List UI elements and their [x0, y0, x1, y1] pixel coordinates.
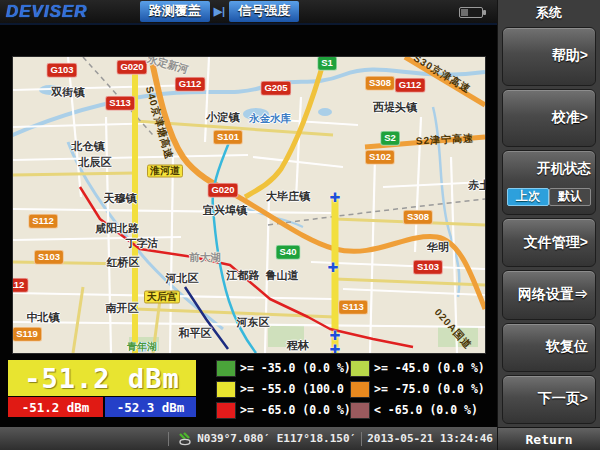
- map-label: 青年湖: [127, 342, 157, 352]
- road-badge: G103: [46, 63, 77, 78]
- network-settings-button[interactable]: 网络设置⇒: [502, 270, 596, 319]
- route-marker-icon: ✚: [330, 328, 341, 343]
- legend-item: < -65.0 (0.0 %): [350, 401, 495, 419]
- main-power-reading: -51.2 dBm: [8, 360, 196, 396]
- return-button[interactable]: Return: [498, 427, 600, 450]
- map-label: 北辰区: [79, 157, 112, 168]
- legend-swatch: [216, 381, 236, 398]
- brand-logo: DEVISER: [6, 2, 88, 22]
- legend-text: >= -65.0 (0.0 %): [240, 403, 351, 417]
- status-bar: N039°7.080′ E117°18.150′ 2013-05-21 13:2…: [0, 427, 497, 450]
- boot-default-toggle[interactable]: 默认: [549, 188, 591, 206]
- calibrate-button[interactable]: 校准>: [502, 89, 596, 148]
- map-label: 红桥区: [107, 257, 140, 268]
- map-label: 咸阳北路: [95, 223, 139, 234]
- legend-swatch: [350, 360, 370, 377]
- map-label: 南开区: [106, 303, 139, 314]
- next-page-button[interactable]: 下一页>: [502, 375, 596, 424]
- road-badge: S113: [105, 96, 135, 111]
- legend-swatch: [216, 360, 236, 377]
- legend-swatch: [350, 381, 370, 398]
- map-label: 天后宫: [144, 291, 180, 304]
- map-label: 宜兴埠镇: [203, 205, 247, 216]
- tab-drive-test-coverage[interactable]: 路测覆盖: [140, 1, 210, 22]
- road-badge: G112: [395, 78, 426, 93]
- channel-blue-reading: -52.3 dBm: [105, 397, 196, 417]
- boot-state-toggles: 上次 默认: [507, 188, 591, 206]
- map-label: 鲁山道: [266, 270, 299, 281]
- legend-swatch: [216, 402, 236, 419]
- road-badge: S308: [365, 76, 395, 91]
- map-label: 河东区: [237, 317, 270, 328]
- map-label: 和平区: [179, 328, 212, 339]
- legend-item: >= -65.0 (0.0 %): [216, 401, 350, 419]
- legend: >= -35.0 (0.0 %)>= -55.0 (100.0>= -65.0 …: [216, 359, 495, 419]
- legend-column-left: >= -35.0 (0.0 %)>= -55.0 (100.0>= -65.0 …: [216, 359, 350, 419]
- legend-item: >= -35.0 (0.0 %): [216, 359, 350, 377]
- map-label: 河北区: [166, 273, 199, 284]
- map-label: 丁字沽: [126, 238, 159, 249]
- road-badge: S40: [276, 245, 301, 260]
- road-badge: G020: [207, 183, 238, 198]
- road-badge: S2: [380, 131, 400, 146]
- road-badge: S113: [338, 300, 368, 315]
- gps-coordinates: N039°7.080′ E117°18.150′: [197, 432, 356, 445]
- road-badge: S112: [28, 214, 58, 229]
- road-badge: S102: [365, 150, 395, 165]
- top-bar: DEVISER 路测覆盖 ▶| 信号强度: [0, 0, 497, 25]
- map-label: 小淀镇: [207, 112, 240, 123]
- softkey-stack: 帮助> 校准> 开机状态 上次 默认 文件管理> 网络设置⇒ 软复位 下一页>: [498, 25, 600, 427]
- legend-item: >= -55.0 (100.0: [216, 380, 350, 398]
- gps-icon: [176, 432, 194, 446]
- road-badge: S103: [34, 250, 64, 265]
- route-marker-icon: ✚: [330, 342, 341, 354]
- boot-state-panel: 开机状态 上次 默认: [502, 150, 596, 215]
- channel-red-reading: -51.2 dBm: [8, 397, 103, 417]
- tab-signal-strength[interactable]: 信号强度: [229, 1, 299, 22]
- softkey-sidebar: 系统 帮助> 校准> 开机状态 上次 默认 文件管理> 网络设置⇒ 软复位 下一…: [497, 0, 600, 450]
- road-badge: G112: [175, 77, 206, 92]
- road-badge: S308: [403, 210, 433, 225]
- datetime: 2013-05-21 13:24:46: [367, 432, 493, 445]
- legend-text: >= -45.0 (0.0 %): [374, 361, 485, 375]
- map-label: 中北镇: [27, 312, 60, 323]
- map-label: 天穆镇: [104, 193, 137, 204]
- map-label: 双街镇: [52, 87, 85, 98]
- legend-text: < -65.0 (0.0 %): [374, 403, 478, 417]
- map-label: 北仓镇: [72, 141, 105, 152]
- road-badge: G205: [260, 81, 291, 96]
- device-screen: DEVISER 路测覆盖 ▶| 信号强度: [0, 0, 600, 450]
- statusbar-divider: [361, 432, 362, 446]
- system-menu-title: 系统: [498, 0, 600, 25]
- road-badge: G112: [13, 278, 28, 293]
- map-label: 江都路: [227, 270, 260, 281]
- map-label: 大毕庄镇: [266, 191, 310, 202]
- help-button[interactable]: 帮助>: [502, 27, 596, 86]
- boot-state-label: 开机状态: [507, 160, 591, 178]
- legend-item: >= -45.0 (0.0 %): [350, 359, 495, 377]
- road-badge: S103: [413, 260, 443, 275]
- legend-text: >= -55.0 (100.0: [240, 382, 344, 396]
- tab-bar: 路测覆盖 ▶| 信号强度: [140, 1, 300, 22]
- content-area: G103双街镇G020永定新河S40京津塘高速S113G112小淀镇S101北仓…: [0, 25, 497, 427]
- map-label: 程林: [287, 340, 309, 351]
- road-badge: S1: [317, 57, 337, 70]
- legend-item: >= -75.0 (0.0 %): [350, 380, 495, 398]
- map-view: G103双街镇G020永定新河S40京津塘高速S113G112小淀镇S101北仓…: [13, 57, 485, 353]
- statusbar-divider: [168, 432, 169, 446]
- road-badge: S101: [213, 130, 243, 145]
- battery-icon: [459, 7, 483, 18]
- file-management-button[interactable]: 文件管理>: [502, 218, 596, 267]
- map-label: 淮河道: [147, 165, 183, 178]
- tab-separator-icon: ▶|: [214, 5, 226, 18]
- road-badge: G020: [116, 60, 147, 75]
- map-label: 前大湖: [189, 252, 221, 263]
- road-badge: S119: [13, 327, 42, 342]
- map-label: 华明: [427, 242, 449, 253]
- legend-text: >= -35.0 (0.0 %): [240, 361, 351, 375]
- soft-reset-button[interactable]: 软复位: [502, 323, 596, 372]
- legend-swatch: [350, 402, 370, 419]
- boot-last-toggle[interactable]: 上次: [507, 188, 549, 206]
- legend-column-right: >= -45.0 (0.0 %)>= -75.0 (0.0 %)< -65.0 …: [350, 359, 495, 419]
- route-marker-icon: ✚: [330, 190, 341, 205]
